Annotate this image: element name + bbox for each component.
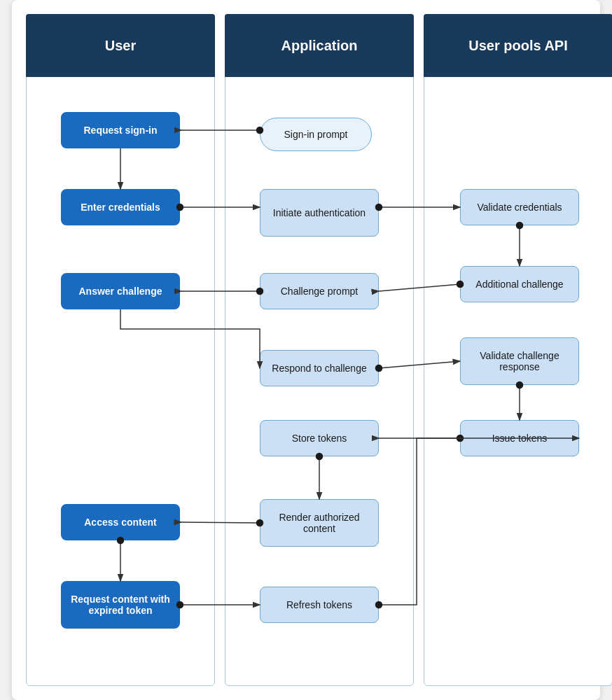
signin-prompt-node: Sign-in prompt xyxy=(260,118,372,151)
initiate-auth-node: Initiate authentication xyxy=(260,189,379,237)
issue-tokens-node: Issue tokens xyxy=(460,420,579,456)
validate-challenge-node: Validate challenge response xyxy=(460,337,579,385)
diagram-wrapper: User Application User pools API Request … xyxy=(12,0,600,700)
respond-challenge-node: Respond to challenge xyxy=(260,350,379,386)
additional-challenge-node: Additional challenge xyxy=(460,266,579,302)
user-header: User xyxy=(26,14,215,77)
user-header-label: User xyxy=(105,38,136,54)
application-header: Application xyxy=(225,14,414,77)
validate-credentials-node: Validate credentials xyxy=(460,189,579,225)
store-tokens-node: Store tokens xyxy=(260,420,379,456)
api-header-label: User pools API xyxy=(468,38,568,54)
request-signin-node: Request sign-in xyxy=(61,112,180,148)
diagram-area: User Application User pools API Request … xyxy=(26,14,586,686)
request-expired-node: Request content with expired token xyxy=(61,581,180,629)
application-header-label: Application xyxy=(281,38,358,54)
api-header: User pools API xyxy=(424,14,612,77)
answer-challenge-node: Answer challenge xyxy=(61,273,180,309)
refresh-tokens-node: Refresh tokens xyxy=(260,587,379,623)
access-content-node: Access content xyxy=(61,504,180,540)
enter-credentials-node: Enter credentials xyxy=(61,189,180,225)
challenge-prompt-node: Challenge prompt xyxy=(260,273,379,309)
render-authorized-node: Render authorized content xyxy=(260,499,379,547)
